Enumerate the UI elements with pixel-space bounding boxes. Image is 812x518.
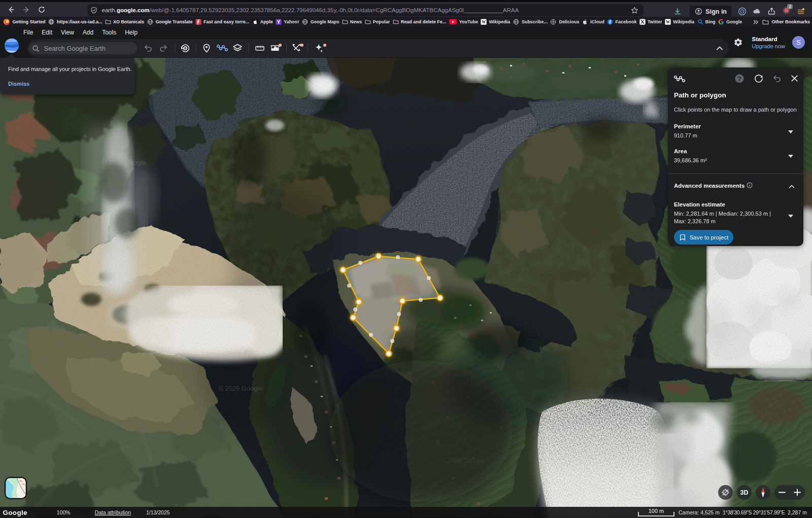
svg-text:W: W — [666, 20, 670, 24]
svg-text:?: ? — [737, 76, 741, 83]
svg-text:W: W — [482, 20, 486, 24]
svg-text:100 m: 100 m — [649, 508, 664, 514]
